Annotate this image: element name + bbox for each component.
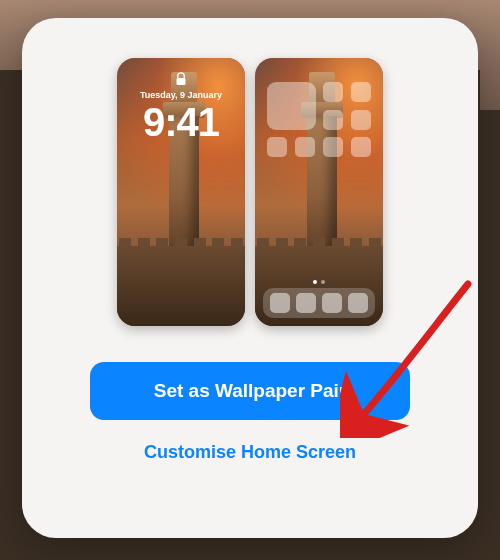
- page-dots: [255, 280, 383, 284]
- lockscreen-date: Tuesday, 9 January: [117, 90, 245, 100]
- home-grid: [267, 82, 371, 157]
- action-buttons: Set as Wallpaper Pair Customise Home Scr…: [52, 362, 448, 467]
- home-dock: [263, 288, 375, 318]
- home-widget: [267, 82, 316, 130]
- set-wallpaper-pair-button[interactable]: Set as Wallpaper Pair: [90, 362, 410, 420]
- lockscreen-time: 9:41: [117, 100, 245, 145]
- home-app-icon: [351, 82, 371, 102]
- home-app-icon: [295, 137, 315, 157]
- home-app-icon: [267, 137, 287, 157]
- dock-app-icon: [270, 293, 290, 313]
- home-app-icon: [351, 110, 371, 130]
- home-app-icon: [323, 137, 343, 157]
- lockscreen-preview: Tuesday, 9 January 9:41: [117, 58, 245, 326]
- customise-home-screen-button[interactable]: Customise Home Screen: [52, 420, 448, 467]
- wall: [117, 246, 245, 326]
- home-app-icon: [323, 110, 343, 130]
- dock-app-icon: [322, 293, 342, 313]
- home-app-icon: [351, 137, 371, 157]
- lock-icon: [176, 72, 187, 90]
- wallpaper-set-card: Tuesday, 9 January 9:41: [22, 18, 478, 538]
- dock-app-icon: [348, 293, 368, 313]
- preview-row: Tuesday, 9 January 9:41: [52, 58, 448, 326]
- dock-app-icon: [296, 293, 316, 313]
- svg-rect-0: [177, 78, 186, 85]
- home-app-icon: [323, 82, 343, 102]
- homescreen-preview: [255, 58, 383, 326]
